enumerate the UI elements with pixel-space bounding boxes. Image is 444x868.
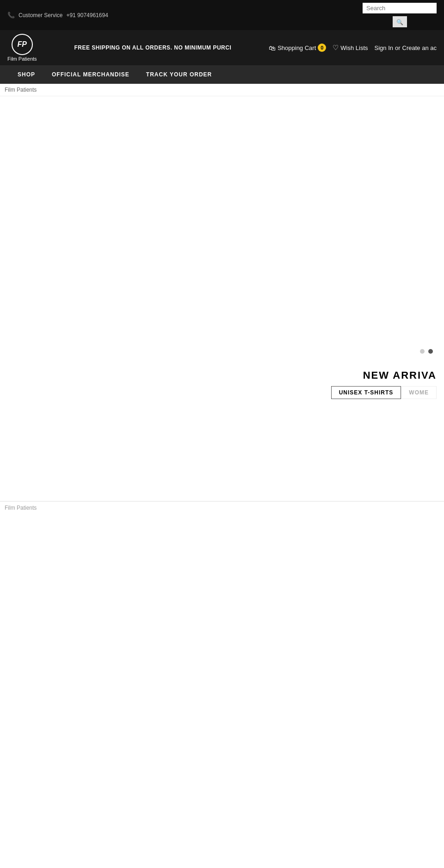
search-area [363,3,437,27]
brand-name: Film Patients [7,56,37,62]
new-arrivals-title: NEW ARRIVA [0,369,444,381]
section2-label: Film Patients [0,501,444,514]
tab-unisex-tshirts[interactable]: UNISEX T-SHIRTS [331,386,401,399]
free-shipping-banner: FREE SHIPPING ON ALL ORDERS. NO MINIMUM … [37,44,269,51]
cart-icon [269,44,276,52]
phone-icon [7,12,15,19]
header: FP Film Patients FREE SHIPPING ON ALL OR… [0,30,444,65]
free-shipping-text: FREE SHIPPING ON ALL ORDERS. NO MINIMUM … [74,44,231,51]
customer-service-area: Customer Service +91 9074961694 [7,12,108,19]
search-input[interactable] [363,3,437,13]
heart-icon [333,44,339,52]
slider-dots [420,349,433,354]
products-grid [0,404,444,496]
nav-bar: SHOP OFFICIAL MERCHANDISE TRACK YOUR ORD… [0,65,444,84]
nav-shop[interactable]: SHOP [9,66,43,83]
large-image-placeholder [0,514,444,868]
nav-track-order[interactable]: TRACK YOUR ORDER [138,66,220,83]
top-bar: Customer Service +91 9074961694 [0,0,444,30]
hero-section [0,96,444,360]
hero-image [0,96,444,360]
cart-button[interactable]: Shopping Cart 0 [269,44,326,52]
logo-area[interactable]: FP Film Patients [7,34,37,62]
tab-women[interactable]: WOME [401,386,437,399]
slider-dot-2[interactable] [428,349,433,354]
slider-dot-1[interactable] [420,349,425,354]
create-account-link[interactable]: Create an ac [402,44,437,51]
auth-links: Sign In or Create an ac [375,44,437,51]
wishlist-button[interactable]: Wish Lists [333,44,368,52]
breadcrumb-text: Film Patients [5,87,37,93]
or-separator: or [395,44,401,51]
nav-official-merchandise[interactable]: OFFICIAL MERCHANDISE [43,66,138,83]
customer-service-label: Customer Service [18,12,62,19]
header-actions: Shopping Cart 0 Wish Lists Sign In or Cr… [269,44,437,52]
sign-in-link[interactable]: Sign In [375,44,393,51]
wishlist-label: Wish Lists [340,44,368,51]
cart-label: Shopping Cart [278,44,316,51]
new-arrivals-section: NEW ARRIVA UNISEX T-SHIRTS WOME [0,360,444,501]
search-icon [396,18,403,26]
phone-number[interactable]: +91 9074961694 [66,12,108,19]
cart-badge: 0 [318,44,326,52]
logo-initials: FP [18,40,27,49]
logo-circle: FP [12,34,33,55]
breadcrumb: Film Patients [0,84,444,96]
search-icon-bar[interactable] [393,16,407,27]
product-tabs: UNISEX T-SHIRTS WOME [0,386,444,399]
